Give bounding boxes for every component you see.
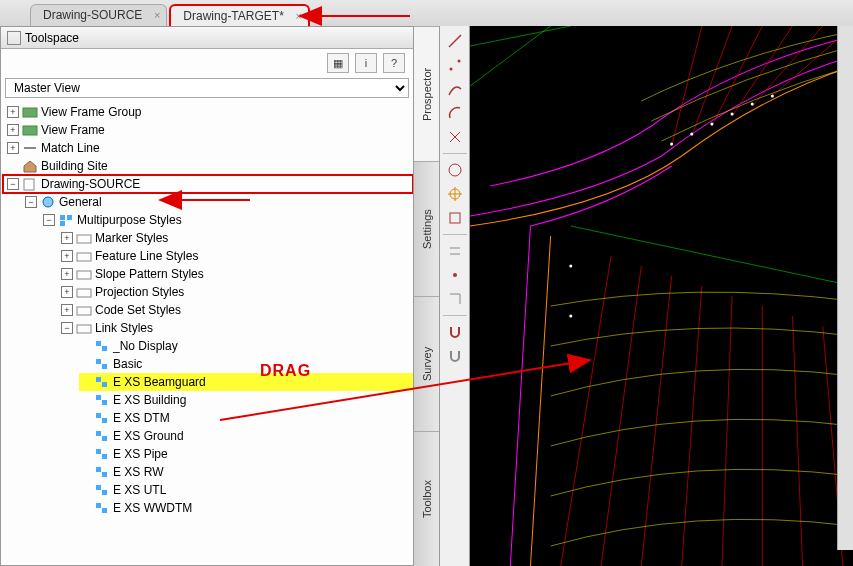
tool-magnet-icon[interactable] [443, 321, 467, 343]
tree-item[interactable]: +Projection Styles [61, 283, 413, 301]
svg-rect-32 [102, 490, 107, 495]
help-icon[interactable]: ? [383, 53, 405, 73]
svg-rect-29 [96, 467, 101, 472]
close-icon[interactable]: × [154, 9, 160, 21]
tree-item[interactable]: E XS Pipe [79, 445, 413, 463]
style-icon [94, 357, 110, 371]
view-selector[interactable]: Master View [5, 78, 409, 98]
expand-icon[interactable]: + [7, 106, 19, 118]
svg-rect-25 [96, 431, 101, 436]
style-icon [94, 393, 110, 407]
tree-item-multipurpose[interactable]: −Multipurpose Styles [43, 211, 413, 229]
tree-item[interactable]: Building Site [7, 157, 413, 175]
tree-item-drawing-source[interactable]: − Drawing-SOURCE [3, 175, 413, 193]
tree-item[interactable]: +Marker Styles [61, 229, 413, 247]
expand-icon[interactable]: + [61, 250, 73, 262]
collapse-icon[interactable]: − [25, 196, 37, 208]
tree-item[interactable]: +Slope Pattern Styles [61, 265, 413, 283]
svg-rect-20 [102, 382, 107, 387]
tree-item[interactable]: E XS DTM [79, 409, 413, 427]
svg-rect-8 [60, 221, 65, 226]
svg-point-67 [710, 123, 713, 126]
drawing-icon [22, 177, 38, 191]
tool-line-icon[interactable] [443, 30, 467, 52]
svg-rect-4 [24, 179, 34, 190]
toolspace-tree[interactable]: +View Frame Group +View Frame +Match Lin… [1, 99, 413, 565]
tree-item[interactable]: +Feature Line Styles [61, 247, 413, 265]
tree-item[interactable]: E XS UTL [79, 481, 413, 499]
toolspace-titlebar: Toolspace [1, 27, 413, 49]
svg-rect-12 [77, 289, 91, 297]
folder-icon [76, 285, 92, 299]
side-tabbar: Prospector Settings Survey Toolbox [414, 26, 440, 566]
svg-rect-26 [102, 436, 107, 441]
sidetab-settings[interactable]: Settings [414, 161, 439, 296]
tool-target-icon[interactable] [443, 183, 467, 205]
tree-item[interactable]: +Match Line [7, 139, 413, 157]
scrollbar-vertical[interactable] [837, 26, 853, 550]
tree-item-link-styles[interactable]: −Link Styles [61, 319, 413, 337]
collapse-icon[interactable]: − [7, 178, 19, 190]
tree-item[interactable]: E XS Ground [79, 427, 413, 445]
tool-arc-icon[interactable] [443, 102, 467, 124]
tree-item-general[interactable]: −General [25, 193, 413, 211]
tree-item[interactable]: Basic [79, 355, 413, 373]
drawing-canvas[interactable] [470, 26, 853, 566]
matchline-icon [22, 141, 38, 155]
svg-rect-1 [23, 126, 37, 135]
folder-icon [22, 123, 38, 137]
tool-snap-icon[interactable] [443, 345, 467, 367]
svg-rect-18 [102, 364, 107, 369]
tree-item[interactable]: +View Frame Group [7, 103, 413, 121]
svg-rect-7 [67, 215, 72, 220]
annotation-drag-label: DRAG [260, 362, 311, 380]
expand-icon[interactable]: + [61, 304, 73, 316]
general-icon [40, 195, 56, 209]
svg-rect-13 [77, 307, 91, 315]
svg-point-66 [690, 133, 693, 136]
layout-icon[interactable]: ▦ [327, 53, 349, 73]
tool-node-icon[interactable] [443, 264, 467, 286]
expand-icon[interactable]: + [61, 268, 73, 280]
tool-cross-icon[interactable] [443, 126, 467, 148]
view-selector-row: Master View [1, 77, 413, 99]
right-area: Prospector Settings Survey Toolbox [414, 26, 853, 566]
tool-parallel-icon[interactable] [443, 240, 467, 262]
svg-rect-14 [77, 325, 91, 333]
expand-icon[interactable]: + [61, 286, 73, 298]
spacer [7, 160, 19, 172]
sidetab-survey[interactable]: Survey [414, 296, 439, 431]
tool-circle-icon[interactable] [443, 159, 467, 181]
svg-point-36 [449, 68, 452, 71]
multi-icon [58, 213, 74, 227]
tab-drawing-target[interactable]: Drawing-TARGET* × [169, 4, 309, 26]
tree-item[interactable]: _No Display [79, 337, 413, 355]
expand-icon[interactable]: + [61, 232, 73, 244]
collapse-icon[interactable]: − [61, 322, 73, 334]
tree-item[interactable]: +View Frame [7, 121, 413, 139]
sidetab-prospector[interactable]: Prospector [414, 26, 439, 161]
sidetab-toolbox[interactable]: Toolbox [414, 431, 439, 566]
tree-item[interactable]: E XS Building [79, 391, 413, 409]
collapse-icon[interactable]: − [43, 214, 55, 226]
tool-offset-icon[interactable] [443, 288, 467, 310]
svg-rect-48 [470, 26, 853, 566]
folder-icon [76, 231, 92, 245]
tree-item-beamguard[interactable]: E XS Beamguard [79, 373, 413, 391]
expand-icon[interactable]: + [7, 124, 19, 136]
expand-icon[interactable]: + [7, 142, 19, 154]
tree-item[interactable]: E XS RW [79, 463, 413, 481]
tool-square-icon[interactable] [443, 207, 467, 229]
tab-drawing-source[interactable]: Drawing-SOURCE × [30, 4, 167, 26]
tool-curve-icon[interactable] [443, 78, 467, 100]
info-icon[interactable]: i [355, 53, 377, 73]
close-icon[interactable]: × [295, 10, 301, 22]
pin-icon[interactable] [7, 31, 21, 45]
svg-rect-24 [102, 418, 107, 423]
svg-rect-27 [96, 449, 101, 454]
tree-item[interactable]: E XS WWDTM [79, 499, 413, 517]
svg-marker-3 [24, 161, 36, 172]
tool-point-icon[interactable] [443, 54, 467, 76]
style-icon [94, 429, 110, 443]
tree-item[interactable]: +Code Set Styles [61, 301, 413, 319]
